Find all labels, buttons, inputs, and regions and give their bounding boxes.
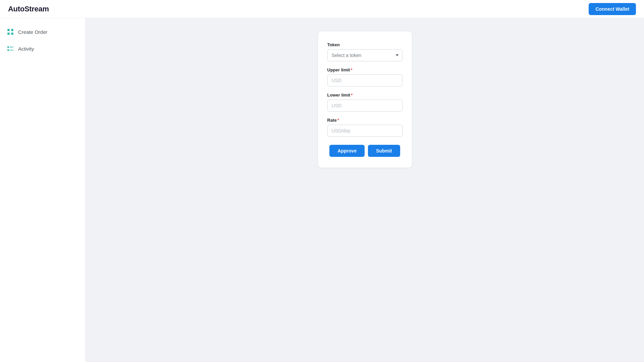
rate-input[interactable] [327,125,402,137]
svg-rect-1 [11,29,13,31]
sidebar-item-create-order-label: Create Order [18,29,48,35]
token-group: Token Select a token [327,42,402,61]
svg-rect-2 [7,33,10,35]
upper-limit-input[interactable] [327,74,402,86]
main-content: Token Select a token Upper limit* Lower … [86,18,644,362]
connect-wallet-button[interactable]: Connect Wallet [589,3,636,15]
lower-limit-required: * [351,93,353,98]
upper-limit-group: Upper limit* [327,67,402,86]
grid-icon [7,28,14,36]
upper-limit-required: * [351,67,352,72]
upper-limit-label: Upper limit* [327,67,402,72]
svg-rect-4 [7,46,9,48]
svg-rect-0 [7,29,10,31]
lower-limit-label: Lower limit* [327,93,402,98]
lower-limit-group: Lower limit* [327,93,402,112]
app-title: AutoStream [8,5,49,13]
rate-label: Rate* [327,118,402,123]
sidebar: Create Order Activity [0,18,86,362]
token-label: Token [327,42,402,47]
rate-group: Rate* [327,118,402,137]
token-select[interactable]: Select a token [327,49,402,61]
app-header: AutoStream Connect Wallet [0,0,644,18]
lower-limit-input[interactable] [327,100,402,112]
svg-rect-5 [10,47,13,48]
list-icon [7,45,14,52]
rate-required: * [337,118,339,123]
sidebar-item-activity-label: Activity [18,46,34,52]
submit-button[interactable]: Submit [368,145,400,157]
sidebar-item-activity[interactable]: Activity [0,40,85,57]
approve-button[interactable]: Approve [329,145,365,157]
create-order-form: Token Select a token Upper limit* Lower … [318,32,412,168]
sidebar-item-create-order[interactable]: Create Order [0,23,85,40]
form-actions: Approve Submit [327,145,402,157]
svg-rect-7 [10,50,13,51]
svg-rect-3 [11,33,13,35]
svg-rect-6 [7,49,9,51]
